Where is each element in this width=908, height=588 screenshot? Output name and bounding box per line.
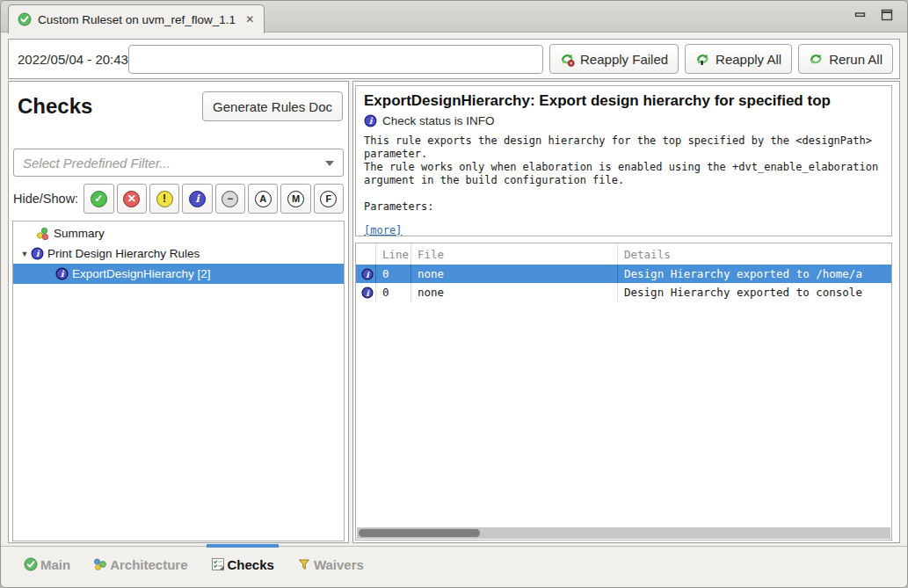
chevron-down-icon [325, 161, 334, 166]
more-link[interactable]: [more] [364, 224, 402, 236]
minimize-icon [854, 9, 867, 21]
hide-show-row: Hide/Show: ✓ ✕ ! i − A [13, 184, 344, 214]
toggle-failed-button[interactable]: ✕ [117, 184, 147, 214]
check-circle-icon [24, 557, 38, 571]
checklist-icon [211, 557, 225, 571]
toggle-notrun-button[interactable]: − [215, 184, 245, 214]
maximize-button[interactable] [881, 9, 893, 21]
tree-item-summary[interactable]: Summary [13, 223, 344, 243]
predefined-filter-select[interactable]: Select Predefined Filter... [13, 149, 344, 177]
hide-show-label: Hide/Show: [13, 192, 78, 206]
tab-checks[interactable]: Checks [211, 547, 274, 582]
parameters-label: Parameters: [364, 200, 883, 213]
tree-item-label: Print Design Hierarchy Rules [47, 247, 200, 260]
line-column-header[interactable]: Line [376, 243, 411, 265]
fail-icon: ✕ [123, 191, 140, 207]
tree-item-print-design-hierarchy-rules[interactable]: ▼ i Print Design Hierarchy Rules [13, 243, 344, 264]
info-icon: i [361, 287, 374, 299]
warning-icon: ! [156, 191, 173, 207]
predefined-filter-placeholder: Select Predefined Filter... [23, 156, 171, 171]
window-tab[interactable]: Custom Ruleset on uvm_ref_flow_1.1 ✕ [8, 4, 265, 33]
refresh-all-icon [695, 52, 710, 67]
info-icon: i [31, 247, 44, 260]
tab-label: Checks [228, 557, 274, 572]
letter-m-icon: M [287, 191, 304, 207]
refresh-icon [809, 52, 824, 67]
expander-icon[interactable]: ▼ [18, 250, 31, 258]
reapply-all-label: Reapply All [716, 52, 781, 67]
title-bar: Custom Ruleset on uvm_ref_flow_1.1 ✕ [1, 1, 907, 33]
pass-icon: ✓ [91, 191, 107, 207]
reapply-failed-label: Reapply Failed [580, 52, 668, 67]
generate-rules-doc-button[interactable]: Generate Rules Doc [202, 91, 343, 121]
toggle-a-button[interactable]: A [248, 184, 278, 214]
tree-item-label: Summary [54, 227, 105, 240]
letter-a-icon: A [255, 191, 272, 207]
rules-tree: Summary ▼ i Print Design Hierarchy Rules… [12, 221, 345, 541]
toolbar: 2022/05/04 - 20:43 Reapply Failed [8, 39, 900, 79]
table-row[interactable]: i 0 none Design Hierarchy exported to co… [356, 283, 891, 301]
tree-item-label: ExportDesignHierarchy [2] [72, 267, 211, 280]
table-row[interactable]: i 0 none Design Hierarchy exported to /h… [356, 265, 891, 283]
architecture-circles-icon [93, 557, 107, 571]
toggle-f-button[interactable]: F [314, 184, 344, 214]
file-column-header[interactable]: File [411, 243, 618, 265]
rerun-all-button[interactable]: Rerun All [798, 44, 893, 74]
info-icon: i [364, 114, 377, 127]
table-header-row: Line File Details [356, 243, 891, 265]
toggle-info-button[interactable]: i [182, 184, 212, 214]
maximize-icon [881, 9, 893, 21]
generate-rules-doc-label: Generate Rules Doc [213, 99, 332, 114]
check-description: This rule exports the design hierarchy f… [364, 134, 883, 187]
toolbar-filter-input[interactable] [128, 45, 543, 74]
info-icon: i [361, 268, 374, 280]
minimize-button[interactable] [854, 9, 867, 21]
check-detail-panel: ExportDesignHierarchy: Export design hie… [352, 81, 900, 543]
summary-circles-icon [36, 227, 50, 241]
check-status-text: Check status is INFO [382, 114, 495, 127]
tab-waivers[interactable]: Waivers [297, 547, 364, 582]
cell-line: 0 [376, 265, 411, 283]
reapply-all-button[interactable]: Reapply All [685, 44, 792, 74]
info-icon: i [189, 191, 206, 207]
bottom-tab-bar: Main Architecture Checks [1, 546, 907, 582]
tab-label: Waivers [314, 557, 364, 572]
checks-panel: Checks Generate Rules Doc Select Predefi… [8, 81, 349, 543]
cell-file: none [411, 283, 618, 301]
toggle-m-button[interactable]: M [280, 184, 310, 214]
tab-architecture[interactable]: Architecture [93, 547, 187, 582]
minus-circle-icon: − [222, 191, 238, 207]
results-table: Line File Details i 0 none Design Hierar… [355, 243, 892, 541]
status-column-header [356, 243, 376, 265]
cell-file: none [411, 265, 618, 283]
check-circle-icon [18, 12, 32, 26]
app-window: Custom Ruleset on uvm_ref_flow_1.1 ✕ 202… [0, 0, 908, 588]
funnel-icon [297, 557, 311, 571]
reapply-failed-button[interactable]: Reapply Failed [549, 44, 679, 74]
tab-label: Main [40, 557, 70, 572]
tab-label: Architecture [110, 557, 187, 572]
close-icon[interactable]: ✕ [245, 13, 254, 25]
refresh-failed-icon [560, 52, 575, 67]
cell-details: Design Hierarchy exported to console [618, 283, 891, 301]
details-column-header[interactable]: Details [618, 243, 891, 265]
page-title: Checks [18, 94, 92, 119]
cell-line: 0 [376, 283, 411, 301]
toggle-passed-button[interactable]: ✓ [84, 184, 113, 214]
run-timestamp: 2022/05/04 - 20:43 [18, 52, 128, 67]
letter-f-icon: F [320, 191, 337, 207]
check-description-box: ExportDesignHierarchy: Export design hie… [355, 85, 892, 236]
rerun-all-label: Rerun All [829, 52, 883, 67]
tab-main[interactable]: Main [24, 547, 70, 582]
tree-item-exportdesignhierarchy[interactable]: i ExportDesignHierarchy [2] [13, 264, 344, 284]
toggle-warning-button[interactable]: ! [149, 184, 179, 214]
window-title: Custom Ruleset on uvm_ref_flow_1.1 [38, 13, 236, 26]
check-title: ExportDesignHierarchy: Export design hie… [364, 92, 883, 110]
horizontal-scrollbar-thumb[interactable] [359, 529, 480, 537]
cell-details: Design Hierarchy exported to /home/a [618, 265, 891, 283]
horizontal-scrollbar[interactable] [357, 527, 890, 539]
info-icon: i [55, 267, 69, 280]
